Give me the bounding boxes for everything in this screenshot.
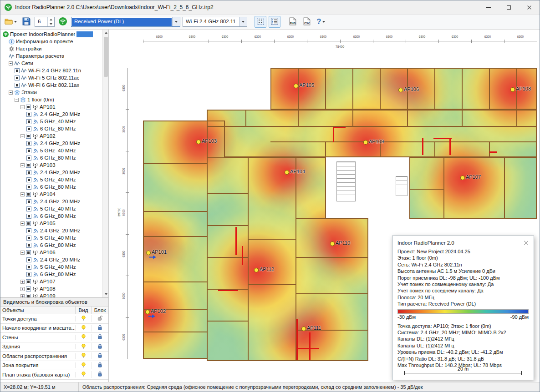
tree-item[interactable]: 5 GHz_40 MHz bbox=[1, 263, 102, 271]
lock-closed-icon[interactable] bbox=[97, 362, 103, 369]
collapse-icon[interactable]: − bbox=[9, 61, 13, 65]
tree-checkbox[interactable] bbox=[26, 163, 31, 168]
lock-closed-icon[interactable] bbox=[97, 343, 103, 350]
tree-checkbox[interactable] bbox=[15, 68, 20, 73]
ap-marker[interactable] bbox=[398, 88, 403, 92]
tree-checkbox[interactable] bbox=[26, 185, 31, 190]
tree-checkbox[interactable] bbox=[26, 170, 31, 175]
tree-checkbox[interactable] bbox=[15, 83, 20, 88]
lock-closed-icon[interactable] bbox=[97, 334, 103, 341]
tree-checkbox[interactable] bbox=[26, 177, 31, 182]
tree-checkbox[interactable] bbox=[26, 141, 31, 146]
tree-item[interactable]: +AP108 bbox=[1, 285, 102, 292]
bulb-icon[interactable] bbox=[81, 315, 87, 322]
tree-checkbox[interactable] bbox=[26, 221, 31, 226]
tree-checkbox[interactable] bbox=[26, 105, 31, 110]
scroll-up-button[interactable] bbox=[103, 30, 108, 36]
tree-checkbox[interactable] bbox=[15, 75, 20, 80]
tree-checkbox[interactable] bbox=[26, 272, 31, 277]
tree-scrollbar[interactable] bbox=[102, 30, 108, 297]
tree-item[interactable]: −Этажи bbox=[1, 89, 102, 96]
collapse-icon[interactable]: − bbox=[20, 251, 25, 255]
ap-marker[interactable] bbox=[330, 241, 335, 246]
bulb-icon[interactable] bbox=[81, 334, 87, 341]
collapse-icon[interactable]: − bbox=[15, 98, 19, 102]
tree-item[interactable]: 6 GHz_80 MHz bbox=[1, 125, 102, 132]
bulb-icon[interactable] bbox=[81, 352, 87, 359]
coverage-grid-button[interactable] bbox=[255, 16, 266, 28]
tree-item[interactable]: +AP109 bbox=[1, 292, 102, 297]
tree-item[interactable]: −AP103 bbox=[1, 161, 102, 169]
tree-item[interactable]: 6 GHz_80 MHz bbox=[1, 183, 102, 191]
tree-checkbox[interactable] bbox=[26, 119, 31, 124]
legend-panel-button[interactable] bbox=[269, 16, 280, 28]
tree-checkbox[interactable] bbox=[26, 112, 31, 117]
spin-up-icon[interactable] bbox=[50, 19, 52, 20]
collapse-icon[interactable]: − bbox=[20, 163, 25, 167]
tree-item[interactable]: Параметры расчета bbox=[1, 52, 102, 60]
ap-marker[interactable] bbox=[196, 140, 201, 144]
calc-type-dropdown-button[interactable] bbox=[172, 17, 180, 26]
bulb-icon[interactable] bbox=[81, 371, 87, 378]
tree-item[interactable]: Wi-Fi 6 GHz 802.11ax bbox=[1, 81, 102, 89]
maximize-button[interactable] bbox=[499, 0, 519, 14]
tree-item[interactable]: −AP101 bbox=[1, 103, 102, 111]
tree-item[interactable]: 5 GHz_40 MHz bbox=[1, 176, 102, 183]
lock-closed-icon[interactable] bbox=[97, 325, 103, 332]
zoom-stepper[interactable]: 6 bbox=[35, 17, 55, 27]
bulb-icon[interactable] bbox=[81, 343, 87, 350]
ap-marker[interactable] bbox=[285, 170, 289, 175]
tree-item[interactable]: −AP104 bbox=[1, 191, 102, 198]
ap-marker[interactable] bbox=[363, 140, 368, 145]
tree-checkbox[interactable] bbox=[26, 156, 31, 161]
save-button[interactable] bbox=[20, 16, 32, 28]
collapse-icon[interactable]: − bbox=[9, 90, 13, 95]
popup-close-button[interactable] bbox=[523, 239, 530, 246]
ap-marker[interactable] bbox=[460, 176, 465, 180]
expand-icon[interactable]: + bbox=[20, 280, 25, 284]
tree-item[interactable]: 5 GHz_40 MHz bbox=[1, 234, 102, 241]
tree-item[interactable]: 5 GHz_40 MHz bbox=[1, 205, 102, 212]
tree-item[interactable]: 2.4 GHz_20 MHz bbox=[1, 140, 102, 147]
tree-item[interactable]: −Сети bbox=[1, 60, 102, 67]
ap-marker[interactable] bbox=[254, 268, 259, 272]
ap-marker[interactable] bbox=[294, 84, 298, 88]
tree-checkbox[interactable] bbox=[26, 126, 31, 131]
tree-item[interactable]: Информация о проекте bbox=[1, 38, 102, 45]
tree-item[interactable]: +AP107 bbox=[1, 278, 102, 285]
tree-checkbox[interactable] bbox=[26, 148, 31, 153]
lock-closed-icon[interactable] bbox=[97, 352, 103, 359]
tree-item[interactable]: Проект IndoorRadioPlanner bbox=[1, 30, 102, 38]
expand-icon[interactable]: + bbox=[20, 294, 25, 298]
close-button[interactable] bbox=[519, 0, 540, 14]
zoom-arrows[interactable] bbox=[47, 17, 54, 26]
minimize-button[interactable] bbox=[478, 0, 499, 14]
collapse-icon[interactable]: − bbox=[20, 134, 25, 138]
tree-item[interactable]: Настройки bbox=[1, 45, 102, 52]
ap-marker[interactable] bbox=[510, 87, 515, 92]
tree-item[interactable]: −AP106 bbox=[1, 249, 102, 256]
scroll-down-button[interactable] bbox=[103, 291, 108, 297]
tree-checkbox[interactable] bbox=[26, 236, 31, 241]
wifi-toggle-button[interactable] bbox=[57, 16, 69, 28]
lock-open-icon[interactable] bbox=[97, 315, 103, 322]
tree-item[interactable]: Wi-Fi 2.4 GHz 802.11n bbox=[1, 67, 102, 74]
open-project-button[interactable] bbox=[3, 16, 18, 28]
tree-checkbox[interactable] bbox=[26, 243, 31, 248]
scrollbar-thumb[interactable] bbox=[104, 37, 108, 77]
tree-item[interactable]: −1 floor (0m) bbox=[1, 96, 102, 103]
tree-item[interactable]: 5 GHz_40 MHz bbox=[1, 118, 102, 125]
expand-icon[interactable]: + bbox=[20, 287, 25, 291]
tree-item[interactable]: 6 GHz_80 MHz bbox=[1, 154, 102, 161]
tree-item[interactable]: −AP105 bbox=[1, 220, 102, 227]
tree-item[interactable]: 2.4 GHz_20 MHz bbox=[1, 111, 102, 118]
tree-item[interactable]: −AP102 bbox=[1, 132, 102, 140]
tree-checkbox[interactable] bbox=[26, 250, 31, 255]
collapse-icon[interactable]: − bbox=[20, 105, 25, 109]
map-canvas[interactable]: 6300630063006300630063006300630063006300… bbox=[109, 30, 540, 382]
bulb-icon[interactable] bbox=[81, 362, 87, 369]
network-dropdown-button[interactable] bbox=[239, 17, 247, 26]
tree-checkbox[interactable] bbox=[26, 228, 31, 233]
tree-checkbox[interactable] bbox=[26, 206, 31, 211]
tree-checkbox[interactable] bbox=[26, 134, 31, 139]
